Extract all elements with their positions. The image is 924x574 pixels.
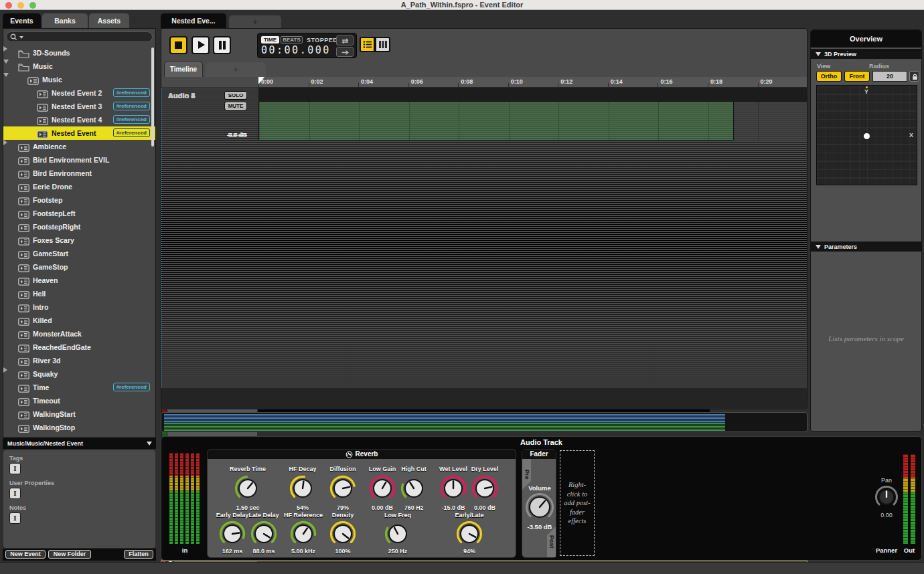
tags-edit-button[interactable]: I [9,463,21,474]
tree-item[interactable]: Eerie Drone [3,180,155,193]
tree-item[interactable]: Time#referenced [3,381,155,394]
reverb-effect-panel[interactable]: Reverb Reverb Time1.50 secHF Decay54%Dif… [207,449,516,558]
timeline-ruler[interactable]: 0:000:020:040:060:080:100:120:140:160:18… [258,77,807,88]
radius-lock-button[interactable] [909,71,919,82]
lanes-view-button[interactable] [375,37,390,52]
post-fader-tab[interactable]: Post [547,527,556,557]
3d-preview-header[interactable]: 3D Preview [811,49,921,59]
emitter-dot[interactable] [864,133,870,139]
reverb-knob-reverb-time[interactable]: Reverb Time1.50 sec [221,466,275,514]
tree-item[interactable]: Music [3,60,155,73]
tree-item[interactable]: Hell [3,287,155,300]
ortho-view-button[interactable]: Ortho [816,71,842,82]
3d-preview-grid[interactable]: Y X [816,85,917,185]
knob-dial[interactable] [289,475,316,502]
tab-assets[interactable]: Assets [89,13,129,28]
close-button[interactable] [5,2,12,9]
tree-item[interactable]: Bird Environment [3,167,155,180]
reverb-knob-dry-level[interactable]: Dry Level0.00 dB [458,466,512,514]
expander-icon[interactable] [3,46,7,52]
knob-dial[interactable] [456,520,483,547]
breadcrumb-caret-icon[interactable] [147,442,152,446]
knob-dial[interactable] [329,475,356,502]
knob-dial[interactable] [250,520,277,547]
follow-playhead-button[interactable] [336,47,354,57]
tree-item[interactable]: River 3d [3,354,155,367]
knob-dial[interactable] [400,475,427,502]
tree-item[interactable]: GameStart [3,247,155,260]
fader-panel[interactable]: Fader Pre Post Volume -3.50 dB [522,449,556,558]
knob-dial[interactable] [290,520,317,547]
tree-scrollbar[interactable] [151,47,154,147]
reverb-knob-early-late[interactable]: Early/Late94% [443,512,496,557]
parameters-header[interactable]: Parameters [811,242,921,252]
reverb-knob-low-freq[interactable]: Low Freq250 Hz [371,512,425,557]
tree-item[interactable]: Heaven [3,274,155,287]
tree-item[interactable]: Music [3,73,155,86]
tracks-view-button[interactable] [360,37,375,52]
tree-item[interactable]: Killed [3,314,155,327]
pause-button[interactable] [213,36,231,54]
expander-icon[interactable] [3,367,7,373]
knob-dial[interactable] [234,475,261,502]
breadcrumb[interactable]: Music/Music/Nested Event [3,438,156,449]
tree-item[interactable]: ReachedEndGate [3,341,155,354]
tree-item[interactable]: WalkingStart [3,407,155,421]
loop-playback-button[interactable] [336,35,354,45]
new-editor-tab-button[interactable]: + [229,15,281,28]
front-view-button[interactable]: Front [844,71,870,82]
tree-item[interactable]: Bird Environment EVIL [3,153,155,167]
play-button[interactable] [191,36,210,54]
pan-knob[interactable] [874,485,899,512]
tree-item[interactable]: FootstepRight [3,220,155,233]
expander-icon[interactable] [3,60,9,64]
minimize-button[interactable] [17,2,24,9]
tree-item[interactable]: Foxes Scary [3,233,155,247]
new-event-button[interactable]: New Event [5,550,46,559]
new-timeline-tab-button[interactable]: + [206,62,266,77]
tree-item-label: MonsterAttack [33,330,82,338]
tree-item-label: FootstepRight [33,223,80,231]
master-track-lane[interactable] [258,88,807,102]
timeline-overview-strip[interactable] [161,412,807,432]
flatten-button[interactable]: Flatten [124,550,153,559]
volume-knob[interactable] [525,492,554,524]
zoom-button[interactable] [29,2,36,9]
stop-button[interactable] [169,36,187,54]
notes-edit-button[interactable]: I [9,512,21,524]
playhead-marker[interactable] [258,77,264,84]
tree-item[interactable]: Footstep [3,193,155,207]
search-input[interactable] [6,31,153,42]
tree-item[interactable]: FootstepLeft [3,207,155,220]
search-filter-caret-icon[interactable] [19,36,23,39]
expander-icon[interactable] [3,73,9,77]
tree-item[interactable]: GameStop [3,260,155,274]
post-fader-dropzone[interactable]: Right-click to add post-fader effects [560,450,595,556]
tags-label: Tags [9,455,23,462]
radius-input[interactable]: 20 [872,71,907,82]
knob-dial[interactable] [471,475,498,502]
tree-item[interactable]: Nested Event 3#referenced [3,100,155,113]
tab-timeline[interactable]: Timeline [164,61,203,77]
reverb-knob-density[interactable]: Density100% [316,512,370,557]
knob-dial[interactable] [329,520,356,547]
tab-nested-event[interactable]: Nested Eve... [161,13,226,28]
tree-item[interactable]: Timeout [3,394,155,407]
tree-item[interactable]: Intro [3,300,155,314]
tab-banks[interactable]: Banks [42,13,88,28]
tree-item[interactable]: Squaky [3,367,155,381]
tree-item[interactable]: Nested Event#referenced [3,126,155,140]
tree-item[interactable]: Ambience [3,140,155,153]
expander-icon[interactable] [3,140,7,145]
new-folder-button[interactable]: New Folder [48,550,91,559]
tab-events[interactable]: Events [3,13,41,28]
tree-item[interactable]: WalkingStop [3,421,155,434]
user-properties-edit-button[interactable]: I [9,488,21,499]
time-mode-button[interactable]: TIME [261,36,279,43]
tree-item[interactable]: MonsterAttack [3,327,155,341]
beats-mode-button[interactable]: BEATS [281,36,303,43]
tree-item[interactable]: Nested Event 2#referenced [3,86,155,100]
tree-item[interactable]: 3D-Sounds [3,46,155,60]
tree-item[interactable]: Nested Event 4#referenced [3,113,155,126]
knob-dial[interactable] [384,520,411,547]
